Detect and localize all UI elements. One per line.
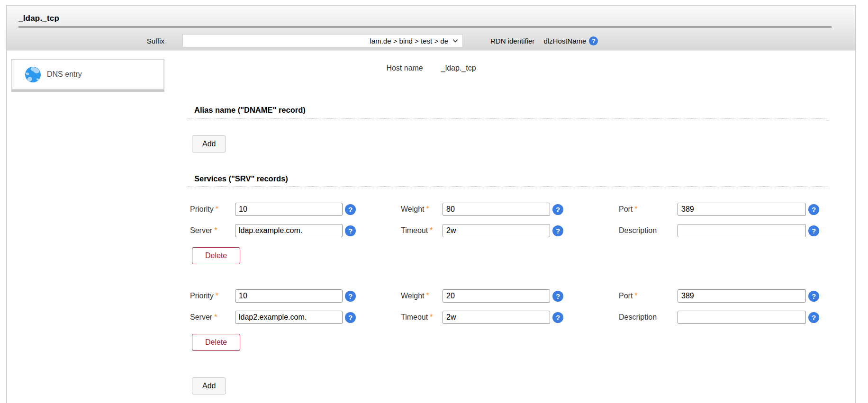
host-name-label: Host name (386, 64, 423, 72)
weight-input[interactable] (443, 203, 550, 216)
required-marker: * (216, 205, 218, 213)
required-marker: * (634, 292, 637, 300)
timeout-input[interactable] (443, 311, 550, 324)
required-marker: * (214, 313, 217, 321)
tab-dns-entry[interactable]: DNS entry (11, 59, 164, 90)
help-icon[interactable]: ? (552, 204, 563, 215)
services-section-heading: Services ("SRV" records) (188, 174, 828, 187)
srv-record: Priority* ? Weight* ? Port* ? Server* ? … (188, 203, 828, 264)
field-label: Timeout* (398, 313, 443, 322)
required-marker: * (634, 205, 637, 213)
required-marker: * (430, 226, 433, 234)
help-icon[interactable]: ? (808, 204, 819, 215)
help-icon[interactable]: ? (345, 312, 356, 323)
add-alias-button[interactable]: Add (192, 135, 226, 152)
main-panel: Alias name ("DNAME" record) Add Services… (164, 51, 855, 394)
page-title: _ldap._tcp (7, 6, 855, 23)
server-input[interactable] (235, 224, 343, 237)
rdn-identifier-label: RDN identifier (490, 37, 534, 45)
help-icon[interactable]: ? (345, 225, 356, 236)
required-marker: * (216, 292, 218, 300)
port-input[interactable] (678, 203, 806, 216)
field-label: Weight* (398, 292, 443, 300)
priority-input[interactable] (235, 289, 343, 303)
description-input[interactable] (678, 311, 806, 324)
timeout-input[interactable] (443, 224, 550, 237)
description-input[interactable] (678, 224, 806, 237)
port-input[interactable] (678, 289, 806, 303)
help-icon[interactable]: ? (552, 225, 563, 236)
field-label: Priority* (188, 292, 235, 300)
services-section: Services ("SRV" records) Priority* ? Wei… (188, 174, 828, 394)
host-name-value: _ldap._tcp (441, 64, 476, 72)
tab-dns-entry-label: DNS entry (47, 70, 82, 79)
server-input[interactable] (235, 311, 343, 324)
page-header: _ldap._tcp Suffix lam.de > bind > test >… (7, 6, 855, 51)
chevron-down-icon (452, 39, 458, 43)
required-marker: * (426, 292, 429, 300)
suffix-label: Suffix (102, 37, 164, 45)
help-icon[interactable]: ? (589, 36, 598, 45)
field-label: Timeout* (398, 226, 443, 235)
weight-input[interactable] (443, 289, 550, 303)
sidebar: DNS entry (11, 59, 164, 90)
content-area: Host name _ldap._tcp DNS entry Alias nam… (7, 51, 855, 394)
field-label: Weight* (398, 205, 443, 214)
field-label: Server* (188, 313, 235, 322)
help-icon[interactable]: ? (552, 312, 563, 323)
field-label: Description* (616, 313, 678, 322)
delete-srv-button[interactable]: Delete (192, 247, 240, 264)
delete-srv-button[interactable]: Delete (192, 334, 240, 351)
add-srv-button[interactable]: Add (192, 377, 226, 394)
field-label: Priority* (188, 205, 235, 214)
srv-record: Priority* ? Weight* ? Port* ? Server* ? … (188, 289, 828, 351)
window-frame: _ldap._tcp Suffix lam.de > bind > test >… (6, 5, 856, 403)
field-label: Port* (616, 292, 678, 300)
help-icon[interactable]: ? (552, 291, 563, 302)
required-marker: * (430, 313, 433, 321)
field-label: Port* (616, 205, 678, 214)
header-controls-row: Suffix lam.de > bind > test > de RDN ide… (7, 34, 855, 47)
help-icon[interactable]: ? (345, 204, 356, 215)
required-marker: * (214, 226, 217, 234)
rdn-identifier-value: dlzHostName (543, 37, 586, 45)
alias-section-heading: Alias name ("DNAME" record) (188, 106, 828, 118)
srv-record-grid: Priority* ? Weight* ? Port* ? Server* ? … (188, 203, 828, 237)
srv-record-grid: Priority* ? Weight* ? Port* ? Server* ? … (188, 289, 828, 324)
required-marker: * (426, 205, 429, 213)
suffix-select-value: lam.de > bind > test > de (370, 37, 448, 45)
field-label: Server* (188, 226, 235, 235)
help-icon[interactable]: ? (808, 225, 819, 236)
help-icon[interactable]: ? (345, 291, 356, 302)
priority-input[interactable] (235, 203, 343, 216)
help-icon[interactable]: ? (808, 291, 819, 302)
field-label: Description* (616, 226, 678, 235)
help-icon[interactable]: ? (808, 312, 819, 323)
suffix-select[interactable]: lam.de > bind > test > de (182, 34, 463, 47)
globe-icon (25, 67, 41, 82)
srv-records: Priority* ? Weight* ? Port* ? Server* ? … (188, 203, 828, 351)
header-divider (18, 27, 832, 27)
